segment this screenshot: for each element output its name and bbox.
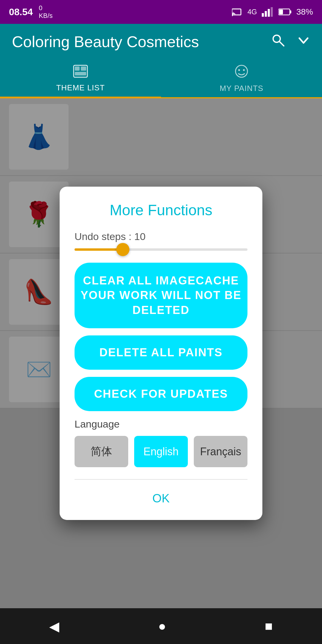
slider-track: [75, 248, 247, 251]
tabs: THEME LIST MY PAINTS: [0, 60, 322, 98]
battery-icon: [278, 8, 292, 16]
search-icon: [271, 33, 285, 47]
language-english-button[interactable]: English: [134, 436, 188, 467]
tab-my-paints-label: MY PAINTS: [220, 84, 264, 93]
delete-all-paints-button[interactable]: DELETE ALL PAINTS: [75, 335, 247, 370]
more-functions-dialog: More Functions Undo steps : 10 CLEAR ALL…: [60, 187, 262, 520]
svg-rect-8: [279, 10, 283, 14]
svg-rect-13: [75, 72, 86, 75]
back-button[interactable]: ◀: [43, 613, 65, 640]
svg-rect-3: [265, 11, 267, 17]
tab-theme-list-label: THEME LIST: [56, 83, 105, 92]
image-icon: [73, 65, 88, 81]
app-bar-icons: [271, 33, 310, 51]
face-icon: [234, 64, 249, 81]
clock: 08.54: [9, 7, 33, 18]
recents-button[interactable]: ■: [259, 613, 279, 640]
language-label: Language: [75, 418, 247, 430]
svg-rect-2: [262, 13, 264, 17]
svg-point-15: [236, 65, 247, 77]
dialog-title: More Functions: [75, 202, 247, 219]
language-french-button[interactable]: Français: [194, 436, 247, 467]
data-rate: 0 KB/s: [39, 4, 52, 20]
svg-point-17: [243, 69, 245, 71]
status-bar: 08.54 0 KB/s 4G 38%: [0, 0, 322, 24]
undo-slider-container[interactable]: [75, 248, 247, 251]
slider-thumb[interactable]: [116, 243, 129, 256]
signal-icon: [262, 7, 274, 17]
svg-rect-14: [81, 66, 86, 71]
svg-rect-4: [268, 9, 270, 17]
tab-theme-list[interactable]: THEME LIST: [0, 60, 161, 97]
tab-my-paints[interactable]: MY PAINTS: [161, 60, 322, 97]
svg-rect-12: [75, 66, 80, 71]
dialog-divider: [75, 479, 247, 480]
cast-icon: [232, 8, 243, 16]
signal-4g: 4G: [247, 8, 257, 16]
dropdown-button[interactable]: [297, 33, 310, 51]
undo-steps-label: Undo steps : 10: [75, 231, 247, 242]
bottom-nav: ◀ ● ■: [0, 608, 322, 644]
clear-cache-button[interactable]: CLEAR ALL IMAGECACHE YOUR WORK WILL NOT …: [75, 263, 247, 328]
language-options: 简体 English Français: [75, 436, 247, 467]
app-bar: Coloring Beauty Cosmetics: [0, 24, 322, 60]
battery-percent: 38%: [296, 7, 313, 17]
ok-button[interactable]: OK: [75, 489, 247, 508]
svg-line-10: [279, 41, 284, 46]
svg-point-16: [238, 69, 240, 71]
chevron-down-icon: [297, 34, 310, 47]
svg-rect-7: [290, 10, 291, 13]
home-button[interactable]: ●: [152, 613, 172, 640]
search-button[interactable]: [271, 33, 285, 51]
slider-fill: [75, 248, 123, 251]
status-left: 08.54 0 KB/s: [9, 4, 53, 20]
status-right: 4G 38%: [232, 7, 313, 17]
check-for-updates-button[interactable]: CHECK FOR UPDATES: [75, 377, 247, 411]
svg-rect-5: [271, 7, 273, 17]
app-title: Coloring Beauty Cosmetics: [12, 33, 199, 51]
language-chinese-button[interactable]: 简体: [75, 436, 128, 467]
